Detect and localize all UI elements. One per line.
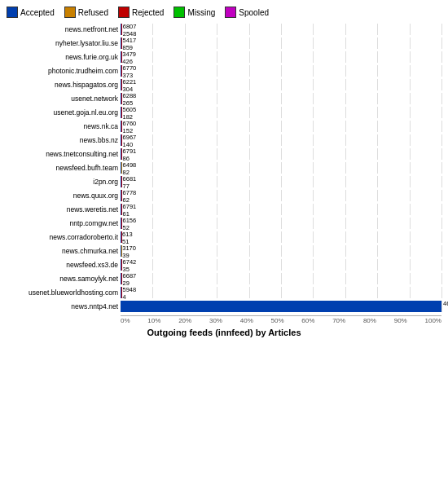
- bar-numbers: 6807 2548: [123, 24, 137, 37]
- bar-numbers: 6760 152: [123, 121, 137, 134]
- bars-wrapper: 6681 77: [121, 176, 441, 187]
- bar-numbers: 6681 77: [123, 176, 137, 190]
- bars-wrapper: 4692004: [121, 301, 441, 312]
- bar-numbers: 3479 426: [122, 51, 136, 65]
- table-row: nyheter.lysator.liu.se5417 859: [7, 37, 441, 50]
- x-tick: 100%: [425, 317, 441, 324]
- bar-section: 6791 61: [121, 204, 441, 215]
- bars-wrapper: 6221 304: [121, 79, 441, 90]
- bar-section: 6967 140: [121, 134, 441, 146]
- row-label: newsfeed.bufh.team: [7, 164, 121, 172]
- bar-numbers: 4692004: [443, 301, 448, 308]
- bars-wrapper: 6791 86: [121, 148, 441, 160]
- bar-section: 6770 373: [121, 65, 441, 77]
- bar-numbers: 6967 140: [123, 134, 137, 148]
- table-row: usenet.blueworldhosting.com5948 4: [7, 286, 441, 299]
- bars-wrapper: 6760 152: [121, 121, 441, 132]
- row-label: i2pn.org: [7, 178, 121, 186]
- table-row: i2pn.org6681 77: [7, 175, 441, 188]
- bar-numbers: 3170 39: [122, 245, 136, 259]
- bar-section: 6288 265: [121, 93, 441, 104]
- x-tick: 90%: [394, 317, 407, 324]
- bars-wrapper: 6742 35: [121, 259, 441, 271]
- legend-spooled-box: [225, 7, 236, 18]
- bar-section: 6791 86: [121, 148, 441, 160]
- legend-refused-box: [64, 7, 76, 18]
- table-row: news.weretis.net6791 61: [7, 203, 441, 216]
- table-row: news.furie.org.uk3479 426: [7, 51, 441, 64]
- bar-section: 4692004: [121, 301, 441, 312]
- x-tick: 60%: [301, 317, 314, 324]
- legend-missing-label: Missing: [187, 8, 215, 17]
- table-row: news.nntp4.net4692004: [7, 300, 441, 313]
- table-row: news.samoylyk.net6687 29: [7, 272, 441, 285]
- bars-wrapper: 6156 52: [121, 218, 441, 229]
- chart-area: news.netfront.net6807 2548nyheter.lysato…: [7, 23, 441, 314]
- bar-numbers: 5948 4: [122, 287, 136, 301]
- bar-numbers: 5605 182: [122, 107, 136, 121]
- row-label: news.samoylyk.net: [7, 275, 121, 283]
- x-tick: 0%: [121, 317, 130, 324]
- x-tick: 20%: [178, 317, 191, 324]
- row-label: nyheter.lysator.liu.se: [7, 39, 121, 47]
- table-row: nntp.comgw.net6156 52: [7, 217, 441, 230]
- table-row: usenet.goja.nl.eu.org5605 182: [7, 106, 441, 119]
- row-label: news.netfront.net: [7, 25, 121, 33]
- bar-numbers: 6687 29: [123, 273, 137, 287]
- bar-section: 6687 29: [121, 273, 441, 284]
- bar-section: 613 51: [121, 231, 441, 243]
- bars-wrapper: 3170 39: [121, 245, 441, 257]
- bars-wrapper: 6687 29: [121, 273, 441, 284]
- bar-section: 6807 2548: [121, 24, 441, 35]
- legend-rejected-box: [118, 7, 130, 18]
- row-label: usenet.blueworldhosting.com: [7, 288, 121, 297]
- bar-numbers: 6288 265: [123, 93, 137, 107]
- bars-wrapper: 5417 859: [121, 37, 441, 49]
- bars-wrapper: 3479 426: [121, 51, 441, 63]
- bars-wrapper: 5605 182: [121, 107, 441, 118]
- table-row: news.netfront.net6807 2548: [7, 23, 441, 36]
- bars-wrapper: 6778 62: [121, 190, 441, 201]
- row-label: news.chmurka.net: [7, 247, 121, 255]
- bars-wrapper: 6770 373: [121, 65, 441, 77]
- bar-section: 5417 859: [121, 37, 441, 49]
- bar-numbers: 6498 82: [123, 162, 137, 176]
- x-tick: 80%: [363, 317, 376, 324]
- legend-missing: Missing: [173, 7, 215, 18]
- row-label: nntp.comgw.net: [7, 219, 121, 227]
- row-label: news.nntp4.net: [7, 302, 121, 310]
- chart-container: Accepted Refused Rejected Missing Spoole…: [0, 0, 448, 493]
- bar-section: 6498 82: [121, 162, 441, 174]
- bar-section: 5605 182: [121, 107, 441, 118]
- row-label: newsfeed.xs3.de: [7, 261, 121, 269]
- bar-section: 3170 39: [121, 245, 441, 257]
- bar-numbers: 6221 304: [123, 79, 137, 93]
- bars-wrapper: 6967 140: [121, 134, 441, 146]
- bar-numbers: 6778 62: [123, 190, 137, 204]
- table-row: newsfeed.bufh.team6498 82: [7, 161, 441, 174]
- x-axis: 0%10%20%30%40%50%60%70%80%90%100%: [121, 315, 441, 324]
- table-row: news.chmurka.net3170 39: [7, 244, 441, 258]
- row-label: news.nk.ca: [7, 122, 121, 130]
- row-label: news.furie.org.uk: [7, 53, 121, 61]
- legend-refused: Refused: [64, 7, 108, 18]
- bar-section: 3479 426: [121, 51, 441, 63]
- row-label: photonic.trudheim.com: [7, 67, 121, 75]
- bar-section: 6221 304: [121, 79, 441, 90]
- legend-spooled-label: Spooled: [239, 8, 269, 17]
- x-tick: 70%: [332, 317, 345, 324]
- bar-section: 6742 35: [121, 259, 441, 271]
- bar-section: 5948 4: [121, 287, 441, 298]
- legend-accepted: Accepted: [7, 7, 55, 18]
- bars-wrapper: 5948 4: [121, 287, 441, 298]
- row-label: usenet.network: [7, 95, 121, 103]
- x-tick: 40%: [240, 317, 253, 324]
- table-row: news.hispagatos.org6221 304: [7, 78, 441, 91]
- bar-numbers: 6742 35: [123, 259, 137, 273]
- row-label: news.tnetconsulting.net: [7, 150, 121, 158]
- bar-accepted: [121, 301, 441, 312]
- x-tick: 30%: [209, 317, 222, 324]
- bars-wrapper: 6498 82: [121, 162, 441, 174]
- bars-wrapper: 6288 265: [121, 93, 441, 104]
- bar-section: 6760 152: [121, 121, 441, 132]
